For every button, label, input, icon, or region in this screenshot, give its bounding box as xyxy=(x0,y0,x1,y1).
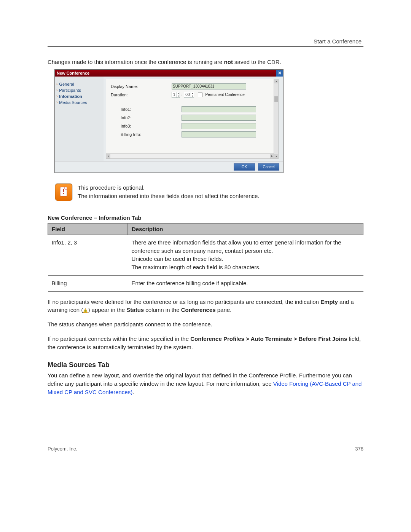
breadcrumb: Start a Conference xyxy=(48,38,363,46)
heading-media-sources: Media Sources Tab xyxy=(48,361,363,369)
ok-button[interactable]: OK xyxy=(234,163,255,171)
note-text: This procedure is optional. The informat… xyxy=(78,184,260,201)
chevron-right-icon: › xyxy=(56,100,57,104)
input-info3[interactable] xyxy=(182,123,256,129)
input-info1[interactable] xyxy=(182,106,256,112)
horizontal-scrollbar[interactable]: ◂ ▸ xyxy=(106,153,274,158)
paragraph-media-sources: You can define a new layout, and overrid… xyxy=(48,371,363,396)
dialog-titlebar[interactable]: New Conference ✕ xyxy=(55,70,283,77)
close-icon[interactable]: ✕ xyxy=(276,70,283,77)
checkbox-permanent[interactable] xyxy=(198,93,202,97)
stepper-hours[interactable]: 1▴▾ xyxy=(172,92,180,98)
sidebar-item-general[interactable]: ›General xyxy=(56,81,102,87)
th-description: Description xyxy=(128,223,363,235)
scroll-down-icon[interactable]: ▾ xyxy=(274,154,278,158)
svg-text:!: ! xyxy=(62,189,64,195)
chevron-right-icon: › xyxy=(56,82,57,86)
dialog-title: New Conference xyxy=(57,71,89,75)
footer-page-number: 378 xyxy=(355,446,363,452)
warning-document-icon: ! xyxy=(55,184,72,201)
label-billing: Billing Info: xyxy=(109,132,182,137)
th-field: Field xyxy=(48,223,128,235)
label-permanent: Permanent Conference xyxy=(205,93,244,97)
label-display-name: Display Name: xyxy=(109,84,172,89)
vertical-scrollbar[interactable]: ▴ ▾ xyxy=(274,79,278,158)
sidebar-item-media-sources[interactable]: ›Media Sources xyxy=(56,99,102,105)
table-row: Info1, 2, 3 There are three information … xyxy=(48,235,363,275)
label-info1: Info1: xyxy=(109,107,182,112)
scroll-left-icon[interactable]: ◂ xyxy=(106,154,110,158)
input-billing[interactable] xyxy=(182,131,256,137)
info-tab-table: Field Description Info1, 2, 3 There are … xyxy=(48,223,363,292)
chevron-up-icon[interactable]: ▴ xyxy=(178,92,179,95)
label-duration: Duration: xyxy=(109,93,172,97)
scroll-up-icon[interactable]: ▴ xyxy=(274,79,278,83)
input-display-name[interactable]: SUPPORT_1300441031 xyxy=(172,83,246,89)
dialog-new-conference: New Conference ✕ ›General ›Participants … xyxy=(54,69,284,173)
duration-separator: : xyxy=(182,93,183,97)
chevron-right-icon: › xyxy=(56,88,57,92)
scroll-thumb[interactable] xyxy=(274,96,278,102)
chevron-right-icon: › xyxy=(56,94,57,98)
sidebar-item-information[interactable]: ›Information xyxy=(56,93,102,99)
footer-company: Polycom, Inc. xyxy=(48,446,77,452)
lead-paragraph: Changes made to this information once th… xyxy=(48,58,363,66)
paragraph-status-change: The status changes when participants con… xyxy=(48,320,363,329)
svg-text:!: ! xyxy=(85,310,86,313)
sidebar-item-participants[interactable]: ›Participants xyxy=(56,87,102,93)
input-info2[interactable] xyxy=(182,115,256,121)
chevron-down-icon[interactable]: ▾ xyxy=(178,95,179,97)
cancel-button[interactable]: Cancel xyxy=(258,163,279,171)
scroll-right-icon[interactable]: ▸ xyxy=(270,154,274,158)
chevron-down-icon[interactable]: ▾ xyxy=(192,95,193,97)
dialog-sidebar: ›General ›Participants ›Information ›Med… xyxy=(55,77,104,161)
header-divider xyxy=(48,46,363,47)
warning-triangle-icon: ! xyxy=(83,308,88,313)
chevron-up-icon[interactable]: ▴ xyxy=(192,92,193,95)
label-info3: Info3: xyxy=(109,124,182,128)
table-caption: New Conference – Information Tab xyxy=(48,214,363,221)
label-info2: Info2: xyxy=(109,115,182,120)
stepper-minutes[interactable]: 00▴▾ xyxy=(184,92,194,98)
paragraph-empty-indication: If no participants were defined for the … xyxy=(48,298,363,315)
paragraph-auto-terminate: If no participant connects within the ti… xyxy=(48,335,363,351)
table-row: Billing Enter the conference billing cod… xyxy=(48,275,363,291)
